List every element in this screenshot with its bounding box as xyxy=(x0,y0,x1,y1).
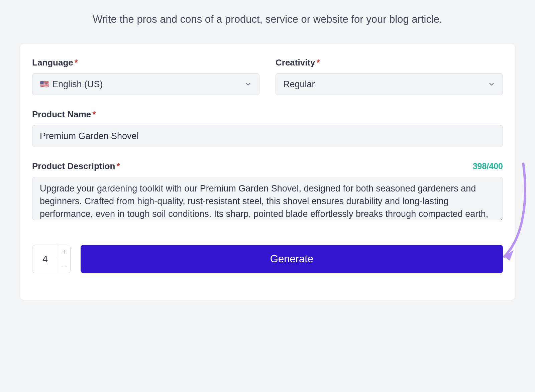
flag-icon: 🇺🇸 xyxy=(40,80,49,89)
generate-button[interactable]: Generate xyxy=(81,245,503,273)
language-select[interactable]: 🇺🇸 English (US) xyxy=(32,73,259,95)
chevron-down-icon xyxy=(244,81,252,88)
product-name-label: Product Name* xyxy=(32,109,503,120)
chevron-down-icon xyxy=(488,81,495,88)
language-value: English (US) xyxy=(52,79,103,90)
quantity-decrement[interactable]: − xyxy=(58,259,70,273)
language-label: Language* xyxy=(32,57,259,68)
quantity-stepper[interactable]: 4 + − xyxy=(32,245,71,273)
creativity-label: Creativity* xyxy=(276,57,503,68)
quantity-increment[interactable]: + xyxy=(58,245,70,259)
creativity-value: Regular xyxy=(283,79,315,90)
quantity-value: 4 xyxy=(32,245,58,273)
product-description-textarea[interactable] xyxy=(32,177,503,220)
product-description-label: Product Description* xyxy=(32,161,120,171)
char-counter: 398/400 xyxy=(473,161,503,171)
form-card: Language* 🇺🇸 English (US) Creativity* xyxy=(20,44,515,300)
page-description: Write the pros and cons of a product, se… xyxy=(20,0,515,44)
required-mark: * xyxy=(116,161,120,171)
required-mark: * xyxy=(75,57,78,68)
required-mark: * xyxy=(92,109,96,119)
product-name-input[interactable] xyxy=(32,125,503,147)
required-mark: * xyxy=(317,57,320,68)
creativity-select[interactable]: Regular xyxy=(276,73,503,95)
